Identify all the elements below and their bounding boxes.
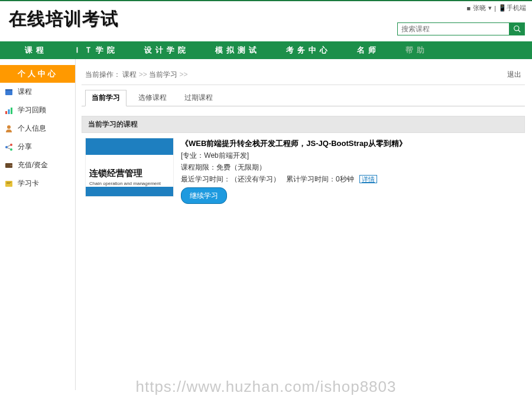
sidebar-item-label: 充值/资金	[18, 160, 48, 170]
svg-rect-14	[10, 165, 12, 166]
nav-teachers[interactable]: 名师	[344, 45, 392, 56]
course-major: [专业：Web前端开发]	[181, 150, 521, 161]
book-icon	[5, 88, 13, 96]
user-icon	[5, 125, 13, 133]
breadcrumb-separator: >>	[179, 70, 187, 79]
sidebar-item-profile[interactable]: 个人信息	[0, 119, 75, 138]
sidebar-item-label: 个人信息	[18, 124, 46, 134]
svg-point-9	[10, 144, 12, 146]
continue-study-button[interactable]: 继续学习	[181, 187, 227, 204]
thumb-bottom-bar	[86, 187, 173, 196]
search-input[interactable]	[397, 22, 510, 35]
search-icon	[513, 25, 521, 33]
breadcrumb: 当前操作： 课程 >> 当前学习 >> 退出	[82, 65, 525, 85]
nav-design-academy[interactable]: 设计学院	[131, 45, 202, 56]
sidebar: 个人中心 课程 学习回顾 个人信息 分享	[0, 59, 76, 390]
sidebar-header: 个人中心	[0, 65, 75, 83]
thumb-top-bar	[86, 138, 173, 155]
share-icon	[5, 143, 13, 151]
logout-link[interactable]: 退出	[507, 70, 521, 80]
course-period: 课程期限：免费（无限期）	[181, 161, 521, 173]
sidebar-item-courses[interactable]: 课程	[0, 83, 75, 101]
main: 当前操作： 课程 >> 当前学习 >> 退出 当前学习 选修课程 过期课程 当前…	[76, 59, 532, 209]
search-box	[397, 22, 525, 35]
header: 在线培训考试	[0, 1, 532, 41]
thumb-title: 连锁经营管理	[89, 168, 142, 179]
svg-rect-17	[7, 183, 10, 184]
sidebar-item-label: 学习卡	[18, 178, 39, 189]
bar-chart-icon	[5, 106, 13, 115]
tab-current-study[interactable]: 当前学习	[85, 90, 126, 106]
wallet-icon	[5, 161, 13, 170]
course-title: 《WEB前端提升转全栈开发工程师，JS-JQ-BootStrap从零到精》	[181, 138, 521, 150]
svg-rect-16	[7, 182, 11, 183]
sidebar-item-label: 分享	[18, 142, 32, 152]
tab-expired[interactable]: 过期课程	[179, 90, 219, 106]
course-last-time: 最近学习时间：（还没有学习）	[181, 175, 280, 183]
svg-rect-3	[5, 89, 12, 90]
course-thumbnail[interactable]: 连锁经营管理 Chain operation and management	[85, 138, 174, 197]
svg-line-11	[8, 145, 11, 146]
sidebar-item-label: 学习回顾	[18, 105, 46, 115]
breadcrumb-prefix: 当前操作：	[85, 70, 121, 79]
main-nav: 课程 ＩＴ学院 设计学院 模拟测试 考务中心 名师 帮助	[0, 41, 532, 59]
tab-elective[interactable]: 选修课程	[132, 90, 173, 106]
nav-help[interactable]: 帮助	[392, 45, 441, 56]
section-title: 当前学习的课程	[82, 116, 525, 133]
search-button[interactable]	[510, 22, 525, 35]
layout: 个人中心 课程 学习回顾 个人信息 分享	[0, 59, 532, 390]
sidebar-item-review[interactable]: 学习回顾	[0, 101, 75, 119]
nav-courses[interactable]: 课程	[12, 45, 60, 56]
thumb-subtitle: Chain operation and management	[89, 181, 161, 186]
svg-rect-5	[8, 109, 10, 114]
course-row: 连锁经营管理 Chain operation and management 《W…	[82, 133, 525, 209]
svg-rect-4	[5, 111, 7, 114]
breadcrumb-separator: >>	[139, 70, 147, 79]
nav-mock-exam[interactable]: 模拟测试	[202, 45, 273, 56]
tabs: 当前学习 选修课程 过期课程	[82, 85, 525, 106]
sidebar-item-label: 课程	[18, 87, 32, 97]
svg-line-12	[8, 148, 11, 149]
svg-line-1	[518, 30, 521, 33]
course-info: 《WEB前端提升转全栈开发工程师，JS-JQ-BootStrap从零到精》 [专…	[181, 138, 521, 204]
course-time-row: 最近学习时间：（还没有学习） 累计学习时间：0秒钟 详情	[181, 173, 521, 185]
course-detail-link[interactable]: 详情	[359, 175, 377, 183]
nav-exam-center[interactable]: 考务中心	[273, 45, 344, 56]
svg-point-7	[7, 125, 11, 129]
svg-point-10	[10, 148, 12, 151]
card-icon	[5, 180, 13, 188]
sidebar-item-funds[interactable]: 充值/资金	[0, 156, 75, 174]
nav-it-academy[interactable]: ＩＴ学院	[60, 45, 131, 56]
course-total-time: 累计学习时间：0秒钟	[286, 175, 354, 183]
breadcrumb-courses[interactable]: 课程	[122, 70, 137, 79]
svg-point-0	[514, 26, 519, 31]
breadcrumb-current[interactable]: 当前学习	[149, 70, 177, 79]
sidebar-item-share[interactable]: 分享	[0, 138, 75, 156]
svg-rect-6	[11, 108, 12, 114]
sidebar-item-study-card[interactable]: 学习卡	[0, 174, 75, 193]
